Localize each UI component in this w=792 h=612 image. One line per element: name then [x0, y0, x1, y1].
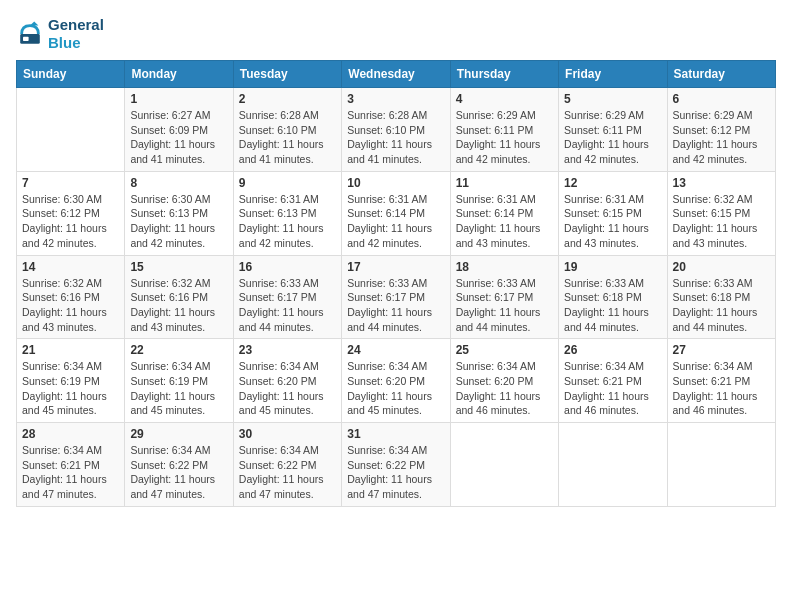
day-info: Sunrise: 6:28 AM Sunset: 6:10 PM Dayligh… [239, 108, 336, 167]
day-info: Sunrise: 6:34 AM Sunset: 6:21 PM Dayligh… [673, 359, 770, 418]
logo-icon [16, 20, 44, 48]
calendar-cell [559, 423, 667, 507]
calendar-cell: 3Sunrise: 6:28 AM Sunset: 6:10 PM Daylig… [342, 88, 450, 172]
day-info: Sunrise: 6:34 AM Sunset: 6:21 PM Dayligh… [22, 443, 119, 502]
calendar-cell: 6Sunrise: 6:29 AM Sunset: 6:12 PM Daylig… [667, 88, 775, 172]
day-info: Sunrise: 6:32 AM Sunset: 6:15 PM Dayligh… [673, 192, 770, 251]
day-info: Sunrise: 6:34 AM Sunset: 6:22 PM Dayligh… [239, 443, 336, 502]
calendar-cell [17, 88, 125, 172]
day-number: 15 [130, 260, 227, 274]
calendar-cell: 17Sunrise: 6:33 AM Sunset: 6:17 PM Dayli… [342, 255, 450, 339]
calendar-week-row: 1Sunrise: 6:27 AM Sunset: 6:09 PM Daylig… [17, 88, 776, 172]
day-info: Sunrise: 6:31 AM Sunset: 6:15 PM Dayligh… [564, 192, 661, 251]
calendar-cell: 5Sunrise: 6:29 AM Sunset: 6:11 PM Daylig… [559, 88, 667, 172]
day-info: Sunrise: 6:34 AM Sunset: 6:19 PM Dayligh… [130, 359, 227, 418]
calendar-cell: 10Sunrise: 6:31 AM Sunset: 6:14 PM Dayli… [342, 171, 450, 255]
day-number: 24 [347, 343, 444, 357]
day-number: 23 [239, 343, 336, 357]
day-info: Sunrise: 6:34 AM Sunset: 6:19 PM Dayligh… [22, 359, 119, 418]
calendar-week-row: 28Sunrise: 6:34 AM Sunset: 6:21 PM Dayli… [17, 423, 776, 507]
day-of-week-header: Wednesday [342, 61, 450, 88]
day-number: 30 [239, 427, 336, 441]
day-info: Sunrise: 6:33 AM Sunset: 6:17 PM Dayligh… [347, 276, 444, 335]
calendar-cell: 7Sunrise: 6:30 AM Sunset: 6:12 PM Daylig… [17, 171, 125, 255]
day-number: 14 [22, 260, 119, 274]
calendar-cell: 2Sunrise: 6:28 AM Sunset: 6:10 PM Daylig… [233, 88, 341, 172]
calendar-cell: 11Sunrise: 6:31 AM Sunset: 6:14 PM Dayli… [450, 171, 558, 255]
day-number: 28 [22, 427, 119, 441]
day-info: Sunrise: 6:30 AM Sunset: 6:13 PM Dayligh… [130, 192, 227, 251]
calendar-cell: 21Sunrise: 6:34 AM Sunset: 6:19 PM Dayli… [17, 339, 125, 423]
day-of-week-header: Sunday [17, 61, 125, 88]
day-number: 31 [347, 427, 444, 441]
day-number: 21 [22, 343, 119, 357]
calendar-cell: 20Sunrise: 6:33 AM Sunset: 6:18 PM Dayli… [667, 255, 775, 339]
day-number: 26 [564, 343, 661, 357]
day-info: Sunrise: 6:34 AM Sunset: 6:20 PM Dayligh… [347, 359, 444, 418]
calendar-week-row: 21Sunrise: 6:34 AM Sunset: 6:19 PM Dayli… [17, 339, 776, 423]
day-number: 1 [130, 92, 227, 106]
calendar-cell: 9Sunrise: 6:31 AM Sunset: 6:13 PM Daylig… [233, 171, 341, 255]
calendar-cell: 31Sunrise: 6:34 AM Sunset: 6:22 PM Dayli… [342, 423, 450, 507]
day-number: 20 [673, 260, 770, 274]
day-number: 12 [564, 176, 661, 190]
day-info: Sunrise: 6:29 AM Sunset: 6:11 PM Dayligh… [456, 108, 553, 167]
day-info: Sunrise: 6:34 AM Sunset: 6:21 PM Dayligh… [564, 359, 661, 418]
calendar-cell: 8Sunrise: 6:30 AM Sunset: 6:13 PM Daylig… [125, 171, 233, 255]
days-header-row: SundayMondayTuesdayWednesdayThursdayFrid… [17, 61, 776, 88]
day-info: Sunrise: 6:32 AM Sunset: 6:16 PM Dayligh… [22, 276, 119, 335]
day-number: 4 [456, 92, 553, 106]
day-info: Sunrise: 6:31 AM Sunset: 6:13 PM Dayligh… [239, 192, 336, 251]
day-info: Sunrise: 6:33 AM Sunset: 6:18 PM Dayligh… [673, 276, 770, 335]
calendar-cell: 18Sunrise: 6:33 AM Sunset: 6:17 PM Dayli… [450, 255, 558, 339]
calendar-cell [667, 423, 775, 507]
day-number: 29 [130, 427, 227, 441]
day-of-week-header: Tuesday [233, 61, 341, 88]
day-info: Sunrise: 6:34 AM Sunset: 6:22 PM Dayligh… [130, 443, 227, 502]
day-info: Sunrise: 6:27 AM Sunset: 6:09 PM Dayligh… [130, 108, 227, 167]
day-number: 6 [673, 92, 770, 106]
page-header: General Blue [16, 16, 776, 52]
calendar-week-row: 14Sunrise: 6:32 AM Sunset: 6:16 PM Dayli… [17, 255, 776, 339]
day-number: 25 [456, 343, 553, 357]
day-number: 18 [456, 260, 553, 274]
logo: General Blue [16, 16, 104, 52]
calendar-cell: 1Sunrise: 6:27 AM Sunset: 6:09 PM Daylig… [125, 88, 233, 172]
day-of-week-header: Friday [559, 61, 667, 88]
day-number: 13 [673, 176, 770, 190]
calendar-cell: 24Sunrise: 6:34 AM Sunset: 6:20 PM Dayli… [342, 339, 450, 423]
calendar-cell: 27Sunrise: 6:34 AM Sunset: 6:21 PM Dayli… [667, 339, 775, 423]
calendar-cell: 26Sunrise: 6:34 AM Sunset: 6:21 PM Dayli… [559, 339, 667, 423]
day-of-week-header: Thursday [450, 61, 558, 88]
day-number: 27 [673, 343, 770, 357]
calendar-cell: 23Sunrise: 6:34 AM Sunset: 6:20 PM Dayli… [233, 339, 341, 423]
day-number: 2 [239, 92, 336, 106]
calendar-cell: 15Sunrise: 6:32 AM Sunset: 6:16 PM Dayli… [125, 255, 233, 339]
day-info: Sunrise: 6:33 AM Sunset: 6:17 PM Dayligh… [239, 276, 336, 335]
day-info: Sunrise: 6:32 AM Sunset: 6:16 PM Dayligh… [130, 276, 227, 335]
calendar-cell: 16Sunrise: 6:33 AM Sunset: 6:17 PM Dayli… [233, 255, 341, 339]
day-info: Sunrise: 6:34 AM Sunset: 6:22 PM Dayligh… [347, 443, 444, 502]
day-number: 8 [130, 176, 227, 190]
day-info: Sunrise: 6:30 AM Sunset: 6:12 PM Dayligh… [22, 192, 119, 251]
day-number: 3 [347, 92, 444, 106]
day-number: 7 [22, 176, 119, 190]
day-info: Sunrise: 6:31 AM Sunset: 6:14 PM Dayligh… [456, 192, 553, 251]
day-of-week-header: Saturday [667, 61, 775, 88]
calendar-cell [450, 423, 558, 507]
calendar-cell: 14Sunrise: 6:32 AM Sunset: 6:16 PM Dayli… [17, 255, 125, 339]
day-number: 9 [239, 176, 336, 190]
calendar-cell: 29Sunrise: 6:34 AM Sunset: 6:22 PM Dayli… [125, 423, 233, 507]
day-info: Sunrise: 6:29 AM Sunset: 6:11 PM Dayligh… [564, 108, 661, 167]
calendar-cell: 19Sunrise: 6:33 AM Sunset: 6:18 PM Dayli… [559, 255, 667, 339]
day-info: Sunrise: 6:31 AM Sunset: 6:14 PM Dayligh… [347, 192, 444, 251]
day-number: 22 [130, 343, 227, 357]
calendar-cell: 22Sunrise: 6:34 AM Sunset: 6:19 PM Dayli… [125, 339, 233, 423]
day-number: 10 [347, 176, 444, 190]
day-number: 11 [456, 176, 553, 190]
calendar-week-row: 7Sunrise: 6:30 AM Sunset: 6:12 PM Daylig… [17, 171, 776, 255]
day-number: 16 [239, 260, 336, 274]
day-info: Sunrise: 6:28 AM Sunset: 6:10 PM Dayligh… [347, 108, 444, 167]
day-info: Sunrise: 6:29 AM Sunset: 6:12 PM Dayligh… [673, 108, 770, 167]
day-number: 17 [347, 260, 444, 274]
